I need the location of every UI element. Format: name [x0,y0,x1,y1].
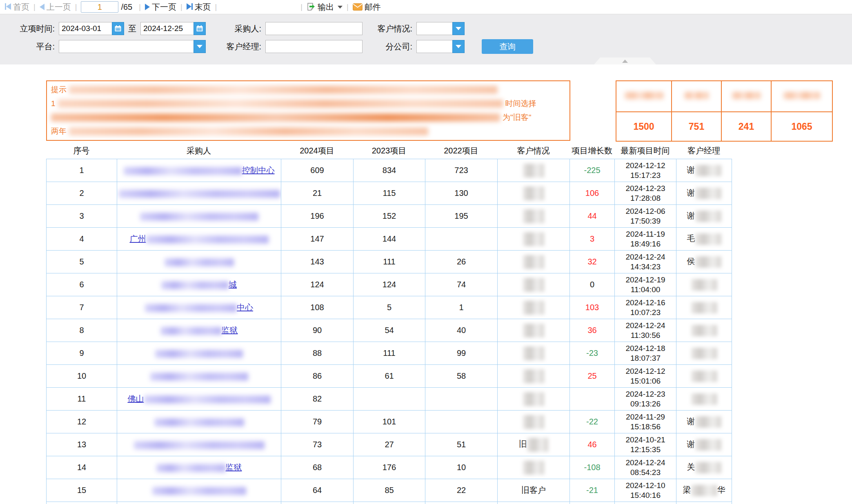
first-page-icon [5,2,11,12]
manager-name-fragment: 侯 [687,257,695,266]
redacted-status [523,164,544,178]
cell-manager: 侯 [676,251,732,273]
cell-projects-2023 [354,388,425,411]
export-button[interactable]: 输出 [307,2,343,13]
cell-latest-project-time: 2024-11-2915:18:56 [615,411,676,433]
cell-manager [676,388,732,411]
date-from-input[interactable] [59,22,112,35]
manager-input[interactable] [265,40,363,53]
cell-projects-2024: 79 [281,411,354,433]
purchaser-link[interactable]: 监狱 [226,463,242,472]
redacted-status [523,187,544,200]
purchaser-link[interactable]: 广州 [130,234,146,243]
cell-projects-2024: 90 [281,319,354,342]
notice-box: 提示1时间选择为"旧客"两年 [46,80,570,141]
date-range-to-label: 至 [124,23,140,34]
purchaser-link[interactable]: 佛山 [128,394,144,403]
filter-collapse-handle[interactable] [594,58,656,64]
cell-purchaser: 佛山 [117,388,281,411]
cell-projects-2023: 124 [354,273,425,296]
branch-select[interactable] [416,40,465,53]
first-page-button[interactable]: 首页 [5,2,29,13]
manager-name-fragment: 关 [687,462,695,471]
redacted-manager [691,485,717,496]
project-time: 11:04:00 [616,285,674,295]
date-to-calendar-button[interactable] [194,22,206,35]
cell-latest-project-time: 2024-12-1215:01:06 [615,365,676,388]
next-page-label: 下一页 [152,2,176,13]
cell-growth: 32 [570,251,615,273]
date-from-calendar-button[interactable] [112,22,124,35]
redacted-status [523,324,544,337]
table-row: 6城1241247402024-12-1911:04:00 [47,273,732,296]
purchaser-link[interactable]: 监狱 [222,326,238,335]
date-from-field [59,22,124,35]
cell-projects-2023: 152 [354,205,425,228]
project-time: 09:13:26 [616,399,674,409]
cell-seq: 9 [47,342,117,365]
page-number-input[interactable] [81,1,118,13]
status-text-fragment: 旧 [519,440,527,448]
redacted-status [523,369,544,383]
cell-empty [498,502,570,504]
redacted-stats-header [732,92,761,99]
branch-label: 分公司: [368,41,412,52]
cell-purchaser: 监狱 [117,319,281,342]
next-page-button[interactable]: 下一页 [145,2,176,13]
cell-projects-2022: 130 [425,182,498,205]
cell-growth: 46 [570,433,615,456]
dropdown-button[interactable] [452,40,465,53]
project-time: 08:54:23 [616,468,674,477]
date-to-input[interactable] [140,22,194,35]
column-header: 最新项目时间 [614,145,676,156]
redacted-status [523,346,544,360]
cell-projects-2024: 609 [281,159,354,182]
cell-empty [615,502,676,504]
customer-status-select[interactable] [416,22,465,35]
dropdown-button[interactable] [452,22,465,35]
cell-customer-status: 旧 [498,433,570,456]
chevron-down-icon [456,27,461,30]
separator: | [347,3,349,11]
mail-button[interactable]: 邮件 [353,2,381,13]
cell-purchaser: 城 [117,273,281,296]
cell-seq: 6 [47,273,117,296]
cell-customer-status: 旧客户 [498,479,570,502]
platform-select[interactable] [59,40,206,53]
redacted-manager [691,371,717,382]
stats-value-row: 15007512411065 [616,112,832,141]
cell-growth: 44 [570,205,615,228]
cell-seq: 3 [47,205,117,228]
date-to-field [140,22,206,35]
redacted-purchaser [152,487,246,495]
export-label: 输出 [318,2,334,13]
last-page-button[interactable]: 末页 [187,2,211,13]
cell-purchaser [117,365,281,388]
prev-page-button[interactable]: 上一页 [40,2,71,13]
cell-manager: 谢 [676,159,732,182]
cell-manager [676,319,732,342]
redacted-manager [695,211,721,222]
cell-projects-2022: 51 [425,433,498,456]
redacted-purchaser [140,213,258,221]
redacted-manager [691,393,717,405]
table-row: 1控制中心609834723-2252024-12-1215:17:23谢 [47,159,732,182]
cell-empty [425,502,498,504]
cell-growth: 3 [570,228,615,251]
project-time: 18:07:37 [616,353,674,363]
purchaser-link[interactable]: 中心 [237,303,253,312]
redacted-purchaser [165,258,234,266]
purchaser-input[interactable] [265,22,363,35]
search-button[interactable]: 查询 [482,39,533,54]
redacted-purchaser [144,395,271,404]
project-time: 10:07:23 [616,308,674,317]
purchaser-link[interactable]: 控制中心 [242,166,275,175]
cell-customer-status [498,205,570,228]
purchaser-link[interactable]: 城 [229,280,237,289]
cell-seq: 15 [47,479,117,502]
table-header-row: 序号采购人2024项目2023项目2022项目客户情况项目增长数最新项目时间客户… [46,143,732,158]
cell-empty [281,502,354,504]
cell-projects-2024: 21 [281,182,354,205]
cell-seq: 14 [47,456,117,479]
dropdown-button[interactable] [194,40,206,53]
